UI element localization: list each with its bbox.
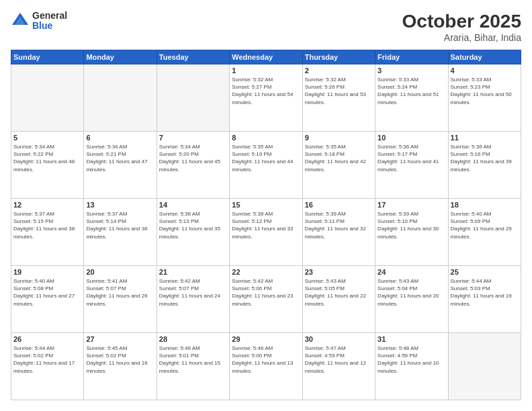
- calendar-cell-1-7: 4Sunrise: 5:33 AMSunset: 5:23 PMDaylight…: [448, 64, 521, 132]
- day-info: Sunrise: 5:40 AMSunset: 5:08 PMDaylight:…: [13, 277, 81, 308]
- calendar-week-1: 1Sunrise: 5:32 AMSunset: 5:27 PMDaylight…: [11, 64, 521, 132]
- day-number: 28: [159, 335, 227, 343]
- day-info: Sunrise: 5:39 AMSunset: 5:10 PMDaylight:…: [378, 210, 445, 240]
- day-number: 2: [305, 66, 373, 75]
- day-number: 27: [86, 335, 154, 343]
- day-info: Sunrise: 5:36 AMSunset: 5:17 PMDaylight:…: [378, 143, 445, 173]
- day-number: 10: [378, 134, 445, 142]
- calendar-cell-2-6: 10Sunrise: 5:36 AMSunset: 5:17 PMDayligh…: [375, 132, 448, 199]
- th-saturday: Saturday: [448, 50, 521, 64]
- calendar-cell-3-1: 12Sunrise: 5:37 AMSunset: 5:15 PMDayligh…: [11, 199, 84, 266]
- th-monday: Monday: [84, 50, 157, 64]
- day-info: Sunrise: 5:46 AMSunset: 5:01 PMDaylight:…: [159, 345, 227, 375]
- th-friday: Friday: [375, 50, 448, 64]
- day-info: Sunrise: 5:32 AMSunset: 5:26 PMDaylight:…: [305, 76, 373, 106]
- day-number: 17: [378, 201, 445, 209]
- day-info: Sunrise: 5:43 AMSunset: 5:05 PMDaylight:…: [305, 277, 373, 308]
- day-number: 4: [451, 66, 519, 75]
- calendar-cell-5-3: 28Sunrise: 5:46 AMSunset: 5:01 PMDayligh…: [157, 333, 229, 400]
- day-info: Sunrise: 5:34 AMSunset: 5:21 PMDaylight:…: [86, 143, 154, 173]
- day-number: 22: [232, 268, 300, 276]
- day-number: 31: [378, 335, 445, 343]
- calendar-cell-4-2: 20Sunrise: 5:41 AMSunset: 5:07 PMDayligh…: [84, 266, 157, 333]
- day-info: Sunrise: 5:43 AMSunset: 5:04 PMDaylight:…: [378, 277, 445, 308]
- calendar-cell-3-7: 18Sunrise: 5:40 AMSunset: 5:09 PMDayligh…: [448, 199, 521, 266]
- calendar-week-3: 12Sunrise: 5:37 AMSunset: 5:15 PMDayligh…: [11, 199, 521, 266]
- day-info: Sunrise: 5:44 AMSunset: 5:03 PMDaylight:…: [451, 277, 519, 308]
- day-info: Sunrise: 5:47 AMSunset: 4:59 PMDaylight:…: [305, 345, 373, 375]
- logo-blue-text: Blue: [32, 21, 67, 31]
- calendar-cell-5-1: 26Sunrise: 5:44 AMSunset: 5:02 PMDayligh…: [11, 333, 84, 400]
- day-number: 12: [13, 201, 81, 209]
- th-wednesday: Wednesday: [230, 50, 302, 64]
- day-info: Sunrise: 5:32 AMSunset: 5:27 PMDaylight:…: [232, 76, 300, 106]
- calendar-cell-4-6: 24Sunrise: 5:43 AMSunset: 5:04 PMDayligh…: [375, 266, 448, 333]
- calendar-cell-2-2: 6Sunrise: 5:34 AMSunset: 5:21 PMDaylight…: [84, 132, 157, 199]
- day-number: 7: [159, 134, 227, 142]
- day-info: Sunrise: 5:34 AMSunset: 5:22 PMDaylight:…: [13, 143, 81, 173]
- day-number: 3: [378, 66, 445, 75]
- day-info: Sunrise: 5:33 AMSunset: 5:23 PMDaylight:…: [451, 76, 519, 106]
- header: General Blue October 2025 Araria, Bihar,…: [11, 11, 521, 43]
- calendar-cell-2-3: 7Sunrise: 5:34 AMSunset: 5:20 PMDaylight…: [157, 132, 229, 199]
- day-info: Sunrise: 5:38 AMSunset: 5:13 PMDaylight:…: [159, 210, 227, 240]
- calendar-cell-4-5: 23Sunrise: 5:43 AMSunset: 5:05 PMDayligh…: [302, 266, 375, 333]
- logo-icon: [11, 11, 30, 30]
- day-number: 14: [159, 201, 227, 209]
- logo-general-text: General: [32, 11, 67, 21]
- calendar-cell-3-6: 17Sunrise: 5:39 AMSunset: 5:10 PMDayligh…: [375, 199, 448, 266]
- day-info: Sunrise: 5:37 AMSunset: 5:14 PMDaylight:…: [86, 210, 154, 240]
- location-subtitle: Araria, Bihar, India: [402, 32, 521, 43]
- calendar-cell-2-1: 5Sunrise: 5:34 AMSunset: 5:22 PMDaylight…: [11, 132, 84, 199]
- calendar-cell-4-7: 25Sunrise: 5:44 AMSunset: 5:03 PMDayligh…: [448, 266, 521, 333]
- day-number: 23: [305, 268, 373, 276]
- calendar-cell-3-3: 14Sunrise: 5:38 AMSunset: 5:13 PMDayligh…: [157, 199, 229, 266]
- days-header-row: Sunday Monday Tuesday Wednesday Thursday…: [11, 50, 521, 64]
- day-number: 29: [232, 335, 300, 343]
- th-tuesday: Tuesday: [157, 50, 229, 64]
- day-info: Sunrise: 5:44 AMSunset: 5:02 PMDaylight:…: [13, 345, 81, 375]
- calendar-cell-1-2: [84, 64, 157, 132]
- month-title: October 2025: [402, 11, 521, 32]
- day-info: Sunrise: 5:42 AMSunset: 5:06 PMDaylight:…: [232, 277, 300, 308]
- day-number: 30: [305, 335, 373, 343]
- calendar-cell-1-1: [11, 64, 84, 132]
- day-number: 15: [232, 201, 300, 209]
- day-number: 18: [451, 201, 519, 209]
- calendar-cell-3-4: 15Sunrise: 5:38 AMSunset: 5:12 PMDayligh…: [230, 199, 302, 266]
- day-number: 20: [86, 268, 154, 276]
- logo-text: General Blue: [32, 11, 67, 32]
- day-info: Sunrise: 5:45 AMSunset: 5:02 PMDaylight:…: [86, 345, 154, 375]
- calendar-cell-4-1: 19Sunrise: 5:40 AMSunset: 5:08 PMDayligh…: [11, 266, 84, 333]
- day-number: 6: [86, 134, 154, 142]
- day-number: 25: [451, 268, 519, 276]
- day-info: Sunrise: 5:34 AMSunset: 5:20 PMDaylight:…: [159, 143, 227, 173]
- calendar-cell-5-6: 31Sunrise: 5:48 AMSunset: 4:59 PMDayligh…: [375, 333, 448, 400]
- day-info: Sunrise: 5:35 AMSunset: 5:19 PMDaylight:…: [232, 143, 300, 173]
- day-number: 1: [232, 66, 300, 75]
- day-number: 21: [159, 268, 227, 276]
- calendar-cell-5-7: [448, 333, 521, 400]
- day-number: 24: [378, 268, 445, 276]
- day-info: Sunrise: 5:39 AMSunset: 5:11 PMDaylight:…: [305, 210, 373, 240]
- calendar-table: Sunday Monday Tuesday Wednesday Thursday…: [11, 50, 521, 400]
- logo: General Blue: [11, 11, 67, 32]
- day-number: 11: [451, 134, 519, 142]
- day-info: Sunrise: 5:48 AMSunset: 4:59 PMDaylight:…: [378, 345, 445, 375]
- title-section: October 2025 Araria, Bihar, India: [402, 11, 521, 43]
- calendar-cell-1-3: [157, 64, 229, 132]
- day-info: Sunrise: 5:33 AMSunset: 5:24 PMDaylight:…: [378, 76, 445, 106]
- th-thursday: Thursday: [302, 50, 375, 64]
- calendar-cell-4-3: 21Sunrise: 5:42 AMSunset: 5:07 PMDayligh…: [157, 266, 229, 333]
- day-info: Sunrise: 5:41 AMSunset: 5:07 PMDaylight:…: [86, 277, 154, 308]
- calendar-cell-2-7: 11Sunrise: 5:36 AMSunset: 5:16 PMDayligh…: [448, 132, 521, 199]
- day-number: 5: [13, 134, 81, 142]
- calendar-week-5: 26Sunrise: 5:44 AMSunset: 5:02 PMDayligh…: [11, 333, 521, 400]
- day-number: 13: [86, 201, 154, 209]
- calendar-cell-1-6: 3Sunrise: 5:33 AMSunset: 5:24 PMDaylight…: [375, 64, 448, 132]
- calendar-cell-2-5: 9Sunrise: 5:35 AMSunset: 5:18 PMDaylight…: [302, 132, 375, 199]
- calendar-cell-3-2: 13Sunrise: 5:37 AMSunset: 5:14 PMDayligh…: [84, 199, 157, 266]
- day-info: Sunrise: 5:40 AMSunset: 5:09 PMDaylight:…: [451, 210, 519, 240]
- page: General Blue October 2025 Araria, Bihar,…: [0, 0, 532, 411]
- calendar-cell-5-2: 27Sunrise: 5:45 AMSunset: 5:02 PMDayligh…: [84, 333, 157, 400]
